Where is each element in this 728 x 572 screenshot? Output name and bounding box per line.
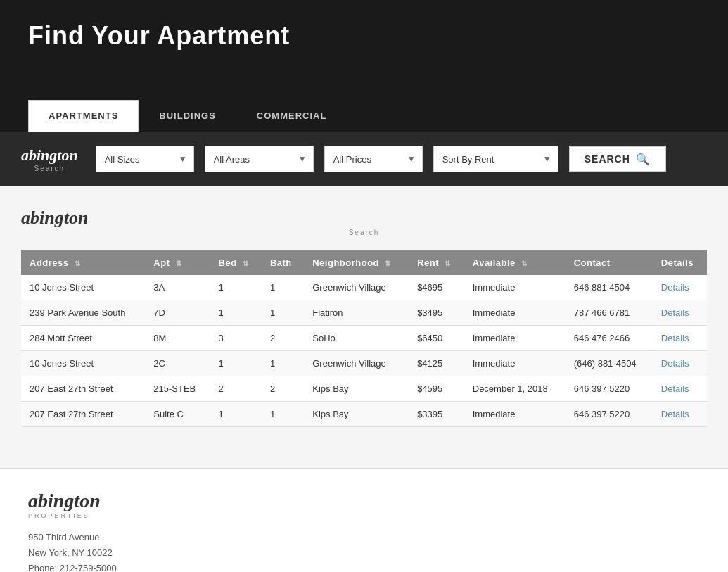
cell-contact: (646) 881-4504 xyxy=(566,351,653,376)
cell-neighborhood: Flatiron xyxy=(304,300,409,326)
details-link[interactable]: Details xyxy=(661,307,689,318)
cell-rent: $3395 xyxy=(409,402,464,427)
col-bath[interactable]: Bath xyxy=(262,250,304,275)
cell-available: Immediate xyxy=(464,351,566,376)
cell-bath: 1 xyxy=(262,351,304,376)
cell-neighborhood: Greenwich Village xyxy=(304,351,409,376)
cell-contact: 646 476 2466 xyxy=(566,326,653,351)
tab-buildings[interactable]: BUILDINGS xyxy=(139,100,236,132)
cell-apt: 7D xyxy=(145,300,210,326)
cell-rent: $4595 xyxy=(409,376,464,402)
col-details[interactable]: Details xyxy=(653,250,707,275)
cell-rent: $3495 xyxy=(409,300,464,326)
cell-apt: 2C xyxy=(145,351,210,376)
cell-contact: 787 466 6781 xyxy=(566,300,653,326)
col-rent[interactable]: Rent ⇅ xyxy=(409,250,464,275)
cell-address: 207 East 27th Street xyxy=(21,376,145,402)
footer-logo-text: abington xyxy=(28,490,101,511)
col-bed[interactable]: Bed ⇅ xyxy=(210,250,262,275)
cell-contact: 646 881 4504 xyxy=(566,275,653,300)
col-contact[interactable]: Contact xyxy=(566,250,653,275)
cell-bed: 3 xyxy=(210,326,262,351)
apt-sort-icon: ⇅ xyxy=(176,260,182,267)
footer: abington PROPERTIES 950 Third Avenue New… xyxy=(0,468,728,572)
footer-city: New York, NY 10022 xyxy=(28,545,700,561)
areas-dropdown[interactable]: All Areas Greenwich Village Flatiron SoH… xyxy=(205,146,314,172)
search-button-label: SEARCH xyxy=(585,153,630,165)
tab-apartments[interactable]: APARTMENTS xyxy=(28,100,139,132)
table-row: 10 Jones Street3A11Greenwich Village$469… xyxy=(21,275,707,300)
table-row: 207 East 27th Street215-STEB22Kips Bay$4… xyxy=(21,376,707,402)
cell-contact: 646 397 5220 xyxy=(566,376,653,402)
footer-address: 950 Third Avenue xyxy=(28,530,700,545)
cell-apt: 8M xyxy=(145,326,210,351)
cell-available: Immediate xyxy=(464,275,566,300)
cell-bed: 1 xyxy=(210,402,262,427)
col-apt[interactable]: Apt ⇅ xyxy=(145,250,210,275)
search-bar: abington Search All Sizes Studio 1 Bed 2… xyxy=(0,132,728,186)
table-row: 284 Mott Street8M32SoHo$6450Immediate646… xyxy=(21,326,707,351)
table-row: 10 Jones Street2C11Greenwich Village$412… xyxy=(21,351,707,376)
cell-address: 284 Mott Street xyxy=(21,326,145,351)
details-link[interactable]: Details xyxy=(661,358,689,369)
cell-bed: 2 xyxy=(210,376,262,402)
footer-logo: abington PROPERTIES xyxy=(28,490,700,519)
col-neighborhood[interactable]: Neighborhood ⇅ xyxy=(304,250,409,275)
cell-bath: 1 xyxy=(262,300,304,326)
areas-dropdown-wrapper: All Areas Greenwich Village Flatiron SoH… xyxy=(205,146,314,172)
cell-bed: 1 xyxy=(210,351,262,376)
prices-dropdown[interactable]: All Prices $1000-$2000 $2000-$3000 $3000… xyxy=(324,146,423,172)
details-link[interactable]: Details xyxy=(661,333,689,343)
content-logo: abington Search xyxy=(21,208,707,236)
cell-bath: 2 xyxy=(262,326,304,351)
cell-bath: 1 xyxy=(262,402,304,427)
cell-apt: 215-STEB xyxy=(145,376,210,402)
details-link[interactable]: Details xyxy=(661,383,689,394)
cell-available: Immediate xyxy=(464,326,566,351)
tab-commercial[interactable]: COMMERCIAL xyxy=(236,100,347,132)
content-logo-sub: Search xyxy=(21,229,707,236)
table-row: 207 East 27th StreetSuite C11Kips Bay$33… xyxy=(21,402,707,427)
search-logo: abington Search xyxy=(21,146,78,172)
cell-neighborhood: SoHo xyxy=(304,326,409,351)
cell-apt: 3A xyxy=(145,275,210,300)
prices-dropdown-wrapper: All Prices $1000-$2000 $2000-$3000 $3000… xyxy=(324,146,423,172)
cell-available: December 1, 2018 xyxy=(464,376,566,402)
cell-rent: $4695 xyxy=(409,275,464,300)
available-sort-icon: ⇅ xyxy=(521,260,528,267)
cell-details[interactable]: Details xyxy=(653,402,707,427)
cell-bath: 1 xyxy=(262,275,304,300)
content-logo-text: abington xyxy=(21,208,88,228)
sizes-dropdown-wrapper: All Sizes Studio 1 Bed 2 Bed 3 Bed 4+ Be… xyxy=(96,146,194,172)
cell-details[interactable]: Details xyxy=(653,275,707,300)
col-address[interactable]: Address ⇅ xyxy=(21,250,145,275)
footer-info: 950 Third Avenue New York, NY 10022 Phon… xyxy=(28,530,700,572)
search-button[interactable]: SEARCH 🔍 xyxy=(569,146,666,172)
main-content: abington Search Address ⇅ Apt ⇅ Bed ⇅ Ba… xyxy=(0,186,728,468)
footer-phone: Phone: 212-759-5000 xyxy=(28,561,700,572)
neighborhood-sort-icon: ⇅ xyxy=(385,260,391,267)
col-available[interactable]: Available ⇅ xyxy=(464,250,566,275)
cell-neighborhood: Greenwich Village xyxy=(304,275,409,300)
search-logo-sub: Search xyxy=(21,165,78,172)
cell-contact: 646 397 5220 xyxy=(566,402,653,427)
cell-details[interactable]: Details xyxy=(653,351,707,376)
table-row: 239 Park Avenue South7D11Flatiron$3495Im… xyxy=(21,300,707,326)
results-table: Address ⇅ Apt ⇅ Bed ⇅ Bath Neighborhood … xyxy=(21,250,707,427)
details-link[interactable]: Details xyxy=(661,409,689,419)
cell-bed: 1 xyxy=(210,275,262,300)
cell-neighborhood: Kips Bay xyxy=(304,402,409,427)
cell-apt: Suite C xyxy=(145,402,210,427)
details-link[interactable]: Details xyxy=(661,282,689,293)
sizes-dropdown[interactable]: All Sizes Studio 1 Bed 2 Bed 3 Bed 4+ Be… xyxy=(96,146,194,172)
cell-address: 10 Jones Street xyxy=(21,275,145,300)
sortby-dropdown[interactable]: Sort By Rent Sort By Address Sort By Nei… xyxy=(433,146,558,172)
table-header-row: Address ⇅ Apt ⇅ Bed ⇅ Bath Neighborhood … xyxy=(21,250,707,275)
cell-details[interactable]: Details xyxy=(653,326,707,351)
tab-bar: APARTMENTS BUILDINGS COMMERCIAL xyxy=(28,100,700,132)
cell-details[interactable]: Details xyxy=(653,376,707,402)
cell-available: Immediate xyxy=(464,402,566,427)
cell-details[interactable]: Details xyxy=(653,300,707,326)
cell-address: 207 East 27th Street xyxy=(21,402,145,427)
bed-sort-icon: ⇅ xyxy=(243,260,249,267)
